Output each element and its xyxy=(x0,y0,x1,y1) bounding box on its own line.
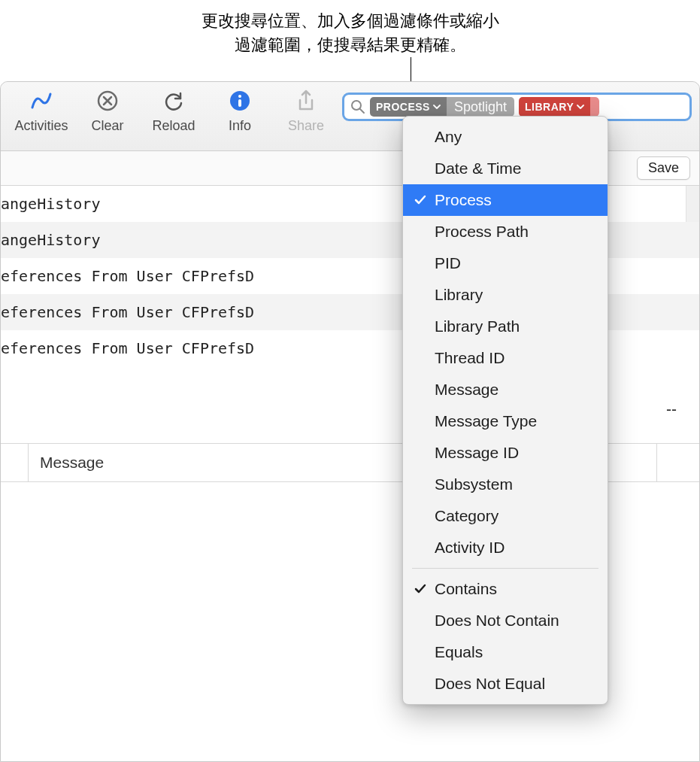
dropdown-item-label: Process xyxy=(435,191,492,209)
dropdown-item-does-not-equal[interactable]: Does Not Equal xyxy=(403,668,608,700)
dropdown-item-activity-id[interactable]: Activity ID xyxy=(403,532,608,563)
save-button[interactable]: Save xyxy=(637,156,690,180)
dropdown-item-message-type[interactable]: Message Type xyxy=(403,405,608,437)
dropdown-item-equals[interactable]: Equals xyxy=(403,636,608,668)
share-button: Share xyxy=(273,88,339,134)
share-icon xyxy=(293,88,319,114)
dropdown-item-label: Library xyxy=(435,286,483,304)
dropdown-item-pid[interactable]: PID xyxy=(403,247,608,279)
dropdown-item-label: Equals xyxy=(435,643,483,661)
dropdown-item-subsystem[interactable]: Subsystem xyxy=(403,469,608,500)
filter-token-process[interactable]: PROCESS Spotlight xyxy=(370,97,514,117)
dropdown-item-label: Process Path xyxy=(435,223,529,241)
filter-token-process-value: Spotlight xyxy=(447,97,514,117)
vertical-scrollbar[interactable] xyxy=(686,186,699,222)
filter-token-library[interactable]: LIBRARY xyxy=(519,97,599,117)
dropdown-item-label: PID xyxy=(435,254,461,272)
filter-token-library-value-strip xyxy=(590,97,599,117)
dropdown-item-date-time[interactable]: Date & Time xyxy=(403,153,608,184)
dropdown-item-label: Library Path xyxy=(435,317,520,335)
dropdown-item-label: Any xyxy=(435,128,462,146)
reload-icon xyxy=(161,88,186,114)
chevron-down-icon xyxy=(577,103,584,111)
dropdown-item-label: Contains xyxy=(435,580,497,598)
checkmark-icon xyxy=(414,582,427,596)
dropdown-item-label: Date & Time xyxy=(435,159,522,178)
callout-line-2: 過濾範圍，使搜尋結果更精確。 xyxy=(235,35,466,54)
dropdown-item-label: Message ID xyxy=(435,444,519,462)
detail-message-header[interactable]: Message xyxy=(40,454,104,472)
dropdown-item-label: Category xyxy=(435,507,498,525)
dropdown-item-label: Does Not Equal xyxy=(435,675,545,693)
dropdown-item-library[interactable]: Library xyxy=(403,279,608,311)
filter-token-process-tag[interactable]: PROCESS xyxy=(370,97,447,117)
svg-rect-3 xyxy=(238,99,241,107)
activities-button[interactable]: Activities xyxy=(8,88,74,134)
dropdown-item-label: Activity ID xyxy=(435,539,505,557)
dropdown-item-process-path[interactable]: Process Path xyxy=(403,216,608,247)
dropdown-item-library-path[interactable]: Library Path xyxy=(403,311,608,342)
info-label: Info xyxy=(229,118,251,134)
dropdown-item-label: Does Not Contain xyxy=(435,612,559,630)
svg-point-4 xyxy=(352,101,361,110)
dropdown-item-does-not-contain[interactable]: Does Not Contain xyxy=(403,605,608,636)
dropdown-item-category[interactable]: Category xyxy=(403,500,608,532)
dropdown-item-process[interactable]: Process xyxy=(403,184,608,216)
clear-button[interactable]: Clear xyxy=(74,88,141,134)
activities-label: Activities xyxy=(14,118,68,134)
dropdown-item-thread-id[interactable]: Thread ID xyxy=(403,342,608,374)
dropdown-item-contains[interactable]: Contains xyxy=(403,573,608,605)
dropdown-item-label: Message Type xyxy=(435,412,537,430)
callout-annotation: 更改搜尋位置、加入多個過濾條件或縮小 過濾範圍，使搜尋結果更精確。 xyxy=(0,9,700,57)
reload-button[interactable]: Reload xyxy=(141,88,207,134)
column-separator[interactable] xyxy=(28,444,29,481)
dropdown-item-message[interactable]: Message xyxy=(403,374,608,405)
dropdown-item-label: Thread ID xyxy=(435,349,505,367)
reload-label: Reload xyxy=(152,118,195,134)
activities-icon xyxy=(29,88,54,114)
column-separator[interactable] xyxy=(656,444,657,481)
dropdown-item-label: Subsystem xyxy=(435,475,513,493)
dropdown-separator xyxy=(412,568,598,569)
filter-type-dropdown: AnyDate & TimeProcessProcess PathPIDLibr… xyxy=(402,116,608,705)
clear-icon xyxy=(95,88,120,114)
dropdown-item-any[interactable]: Any xyxy=(403,121,608,153)
placeholder-dashes: -- xyxy=(666,400,677,418)
callout-line-1: 更改搜尋位置、加入多個過濾條件或縮小 xyxy=(202,11,499,30)
share-label: Share xyxy=(288,118,324,134)
filter-token-library-tag-text: LIBRARY xyxy=(525,101,574,113)
chevron-down-icon xyxy=(433,103,441,111)
dropdown-item-message-id[interactable]: Message ID xyxy=(403,437,608,469)
filter-token-process-tag-text: PROCESS xyxy=(376,101,430,113)
dropdown-item-label: Message xyxy=(435,381,498,399)
search-icon xyxy=(350,99,365,114)
svg-point-2 xyxy=(238,95,241,98)
info-button[interactable]: Info xyxy=(207,88,273,134)
checkmark-icon xyxy=(414,193,427,207)
info-icon xyxy=(227,88,253,114)
clear-label: Clear xyxy=(91,118,123,134)
filter-token-library-tag[interactable]: LIBRARY xyxy=(519,97,590,117)
